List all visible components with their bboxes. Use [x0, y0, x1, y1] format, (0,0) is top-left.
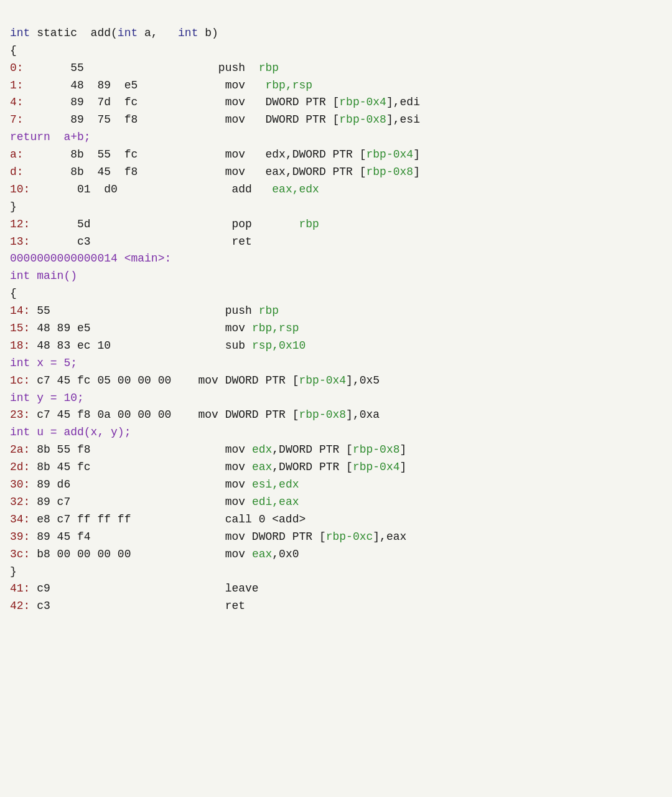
param-a: a,: [138, 27, 178, 39]
reg-eax-3c: eax: [252, 548, 272, 560]
addr-14: 14:: [10, 304, 30, 317]
plain-2d-end: ]: [400, 461, 407, 473]
open-brace-1: {: [10, 44, 17, 57]
hex-39: 89 45 f4 mov DWORD PTR [: [30, 531, 325, 543]
hex-d: 8b 45 f8 mov eax,DWORD PTR [: [24, 166, 366, 178]
close-brace-2: }: [10, 565, 17, 578]
plain-7: ],esi: [386, 113, 420, 126]
src-int-y: int y = 10;: [10, 392, 84, 404]
hex-14: 55 push: [30, 304, 258, 317]
hex-1: 48 89 e5 mov: [24, 79, 266, 92]
plain-2d: ,DWORD PTR [: [272, 461, 353, 473]
hex-13: c3 ret: [30, 235, 251, 248]
fn-static: static add(: [30, 27, 117, 39]
src-int-x: int x = 5;: [10, 357, 77, 369]
reg-rbp-c-39: rbp-0xc: [326, 531, 373, 543]
plain-23: ],0xa: [346, 408, 380, 421]
hex-42: c3 ret: [30, 600, 245, 612]
kw-int-1: int: [10, 27, 30, 39]
reg-rbp-8-23: rbp-0x8: [299, 408, 346, 421]
hex-18: 48 83 ec 10 sub: [30, 339, 251, 352]
hex-41: c9 leave: [30, 582, 258, 595]
addr-0: 0:: [10, 62, 24, 74]
hex-4: 89 7d fc mov DWORD PTR [: [24, 96, 340, 108]
plain-d: ]: [413, 166, 420, 178]
addr-18: 18:: [10, 339, 30, 352]
reg-eax-2d: eax: [252, 461, 272, 473]
reg-rbp-4-2d: rbp-0x4: [353, 461, 400, 473]
reg-esi-30: esi,edx: [252, 478, 299, 491]
hex-32: 89 c7 mov: [30, 496, 251, 508]
addr-3c: 3c:: [10, 548, 30, 560]
hex-1c: c7 45 fc 05 00 00 00 mov DWORD PTR [: [30, 374, 299, 387]
param-b: b): [198, 27, 218, 39]
hex-30: 89 d6 mov: [30, 478, 251, 491]
hex-2a: 8b 55 f8 mov: [30, 443, 251, 456]
addr-12: 12:: [10, 218, 30, 230]
hex-0: 55 push: [24, 62, 259, 74]
addr-15: 15:: [10, 322, 30, 334]
reg-rbp-4-1c: rbp-0x4: [299, 374, 346, 387]
hex-15: 48 89 e5 mov: [30, 322, 251, 334]
hex-7: 89 75 f8 mov DWORD PTR [: [24, 113, 340, 126]
open-brace-2: {: [10, 287, 17, 299]
reg-rbp-8-1: rbp-0x8: [339, 113, 386, 126]
hex-10: 01 d0 add: [30, 183, 272, 196]
plain-a: ]: [413, 148, 420, 161]
addr-23: 23:: [10, 408, 30, 421]
addr-41: 41:: [10, 582, 30, 595]
hex-3c: b8 00 00 00 00 mov: [30, 548, 251, 560]
reg-rsp-18: rsp,0x10: [252, 339, 306, 352]
reg-rbp-4-a: rbp-0x4: [366, 148, 414, 161]
src-return: return a+b;: [10, 131, 91, 143]
addr-32: 32:: [10, 496, 30, 508]
src-int-u: int u = add(x, y);: [10, 426, 131, 438]
addr-39: 39:: [10, 531, 30, 543]
reg-rbp-14: rbp: [259, 304, 279, 317]
plain-1c: ],0x5: [346, 374, 380, 387]
hex-34: e8 c7 ff ff ff call 0 <add>: [30, 513, 306, 526]
reg-rbp-rsp-15: rbp,rsp: [252, 322, 299, 334]
src-int-main: int main(): [10, 270, 77, 282]
reg-edx-2a: edx: [252, 443, 272, 456]
plain-2a: ,DWORD PTR [: [272, 443, 353, 456]
kw-int-2: int: [118, 27, 138, 39]
addr-a: a:: [10, 148, 24, 161]
reg-rbp-0: rbp: [259, 62, 279, 74]
reg-rbp-8-2a: rbp-0x8: [353, 443, 400, 456]
addr-1c: 1c:: [10, 374, 30, 387]
plain-3c: ,0x0: [272, 548, 299, 560]
reg-edi-32: edi,eax: [252, 496, 299, 508]
addr-2d: 2d:: [10, 461, 30, 473]
hex-2d: 8b 45 fc mov: [30, 461, 251, 473]
reg-rbp-rsp-1: rbp,rsp: [265, 79, 312, 92]
addr-34: 34:: [10, 513, 30, 526]
plain-39: ],eax: [373, 531, 406, 543]
hex-a: 8b 55 fc mov edx,DWORD PTR [: [24, 148, 366, 161]
addr-13: 13:: [10, 235, 30, 248]
addr-10: 10:: [10, 183, 30, 196]
hex-12: 5d pop: [30, 218, 299, 230]
addr-1: 1:: [10, 79, 24, 92]
reg-rbp-8-d: rbp-0x8: [366, 166, 414, 178]
addr-30: 30:: [10, 478, 30, 491]
label-main: 0000000000000014 <main>:: [10, 252, 171, 265]
reg-eax-edx: eax,edx: [272, 183, 319, 196]
kw-int-3: int: [178, 27, 198, 39]
hex-23: c7 45 f8 0a 00 00 00 mov DWORD PTR [: [30, 408, 299, 421]
reg-rbp-4: rbp-0x4: [339, 96, 386, 108]
reg-rbp-12: rbp: [299, 218, 319, 230]
addr-7: 7:: [10, 113, 24, 126]
plain-4: ],edi: [386, 96, 420, 108]
addr-2a: 2a:: [10, 443, 30, 456]
addr-4: 4:: [10, 96, 24, 108]
plain-2a-end: ]: [400, 443, 407, 456]
addr-d: d:: [10, 166, 24, 178]
disassembly-view: int static add(int a, int b) { 0: 55 pus…: [10, 7, 662, 615]
close-brace-1: }: [10, 200, 17, 213]
addr-42: 42:: [10, 600, 30, 612]
